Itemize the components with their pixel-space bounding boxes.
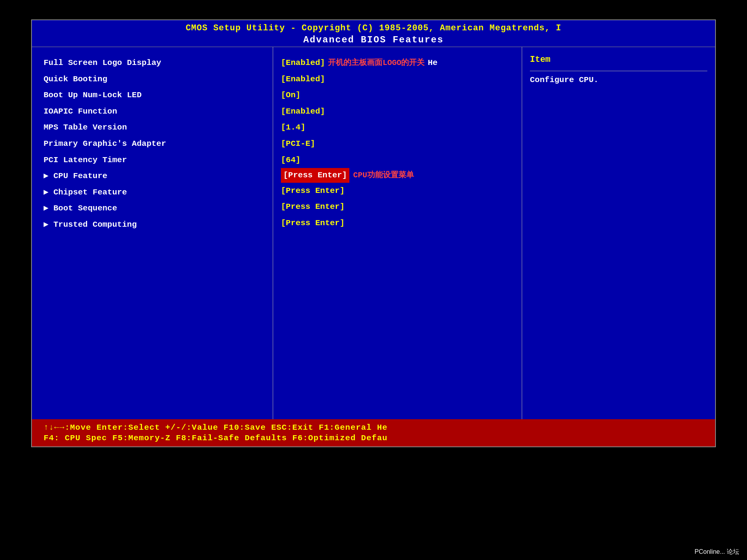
bios-screen: CMOS Setup Utility - Copyright (C) 1985-… — [31, 19, 716, 447]
value-boot-sequence[interactable]: [Press Enter] — [281, 199, 345, 215]
help-item-label: Item — [530, 55, 707, 65]
value-row-7: [Press Enter] CPU功能设置菜单 — [281, 168, 514, 183]
annotation-full-screen-logo: 开机的主板画面LOGO的开关 — [328, 57, 424, 69]
menu-item-pci-latency[interactable]: PCI Latency Timer — [44, 152, 265, 168]
value-row-1: [Enabled] — [281, 71, 514, 88]
footer-bar: ↑↓←→:Move Enter:Select +/-/:Value F10:Sa… — [32, 419, 715, 446]
value-row-5: [PCI-E] — [281, 136, 514, 152]
menu-item-quick-booting[interactable]: Quick Booting — [44, 71, 265, 88]
menu-item-boot-up-num-lock[interactable]: Boot Up Num-Lock LED — [44, 87, 265, 103]
header-bar: CMOS Setup Utility - Copyright (C) 1985-… — [32, 20, 715, 47]
value-row-9: [Press Enter] — [281, 199, 514, 215]
value-full-screen-logo[interactable]: [Enabled] — [281, 55, 325, 71]
value-row-2: [On] — [281, 87, 514, 103]
help-item-partial: He — [428, 56, 437, 70]
value-cpu-feature[interactable]: [Press Enter] — [281, 168, 349, 183]
menu-item-mps-table[interactable]: MPS Table Version — [44, 119, 265, 136]
value-row-10: [Press Enter] — [281, 215, 514, 231]
help-description: Configure CPU. — [530, 74, 707, 87]
menu-item-ioapic[interactable]: IOAPIC Function — [44, 103, 265, 120]
value-trusted-computing[interactable]: [Press Enter] — [281, 215, 345, 231]
footer-line2: F4: CPU Spec F5:Memory-Z F8:Fail-Safe De… — [44, 434, 703, 443]
main-content: Full Screen Logo Display Quick Booting B… — [32, 47, 715, 423]
menu-item-chipset-feature[interactable]: Chipset Feature — [44, 184, 265, 201]
value-row-0: [Enabled] 开机的主板画面LOGO的开关 He — [281, 55, 514, 71]
value-row-8: [Press Enter] — [281, 183, 514, 199]
value-primary-graphics[interactable]: [PCI-E] — [281, 136, 315, 152]
left-panel: Full Screen Logo Display Quick Booting B… — [32, 47, 273, 423]
watermark: PConline... 论坛 — [694, 548, 739, 556]
value-row-4: [1.4] — [281, 119, 514, 136]
value-pci-latency[interactable]: [64] — [281, 152, 300, 168]
value-mps-table[interactable]: [1.4] — [281, 119, 305, 136]
separator — [530, 71, 707, 71]
value-ioapic[interactable]: [Enabled] — [281, 103, 325, 120]
menu-item-trusted-computing[interactable]: Trusted Computing — [44, 217, 265, 233]
value-row-3: [Enabled] — [281, 103, 514, 120]
middle-panel: [Enabled] 开机的主板画面LOGO的开关 He [Enabled] [O… — [273, 47, 522, 423]
value-row-6: [64] — [281, 152, 514, 168]
menu-item-cpu-feature[interactable]: CPU Feature — [44, 168, 265, 184]
menu-item-boot-sequence[interactable]: Boot Sequence — [44, 200, 265, 217]
header-title-top: CMOS Setup Utility - Copyright (C) 1985-… — [32, 23, 715, 33]
footer-line1: ↑↓←→:Move Enter:Select +/-/:Value F10:Sa… — [44, 423, 703, 432]
menu-item-full-screen-logo[interactable]: Full Screen Logo Display — [44, 55, 265, 71]
value-quick-booting[interactable]: [Enabled] — [281, 71, 325, 88]
annotation-cpu-feature: CPU功能设置菜单 — [353, 169, 414, 182]
value-chipset-feature[interactable]: [Press Enter] — [281, 183, 345, 199]
right-panel: Item Configure CPU. — [522, 47, 715, 423]
menu-item-primary-graphics[interactable]: Primary Graphic's Adapter — [44, 136, 265, 152]
header-title-sub: Advanced BIOS Features — [32, 35, 715, 45]
value-boot-num-lock[interactable]: [On] — [281, 87, 300, 103]
